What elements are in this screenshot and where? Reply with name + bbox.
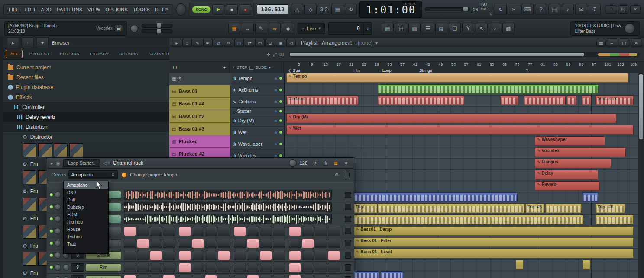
menu-add[interactable]: ADD	[39, 6, 54, 13]
genre-option-techno[interactable]: Techno	[64, 233, 108, 240]
track-enable-led[interactable]	[279, 154, 282, 157]
step-cell[interactable]	[137, 275, 149, 278]
step-cell[interactable]	[192, 239, 204, 248]
playlist-clip[interactable]	[378, 84, 599, 94]
pattern-item[interactable]: ▤Bass 01 #2	[169, 110, 230, 123]
step-cell[interactable]	[192, 275, 204, 278]
playlist-hscrollbar[interactable]	[289, 52, 640, 57]
change-tempo-action[interactable]: Change project tempo	[130, 172, 177, 177]
pan-knob[interactable]	[55, 276, 61, 278]
channel-select-checkbox[interactable]	[345, 252, 351, 259]
select-icon[interactable]: ▭	[255, 39, 265, 47]
grid-options-icon[interactable]: ▦	[596, 39, 606, 47]
grid-icon[interactable]: ▩	[502, 23, 515, 34]
preset-thumbnail[interactable]	[69, 143, 83, 157]
step-cell[interactable]	[302, 239, 314, 248]
browser-item-current-project[interactable]: Current project	[3, 62, 169, 72]
step-cell[interactable]	[234, 251, 246, 260]
genre-option-drill[interactable]: Drill	[64, 196, 108, 203]
playlist-clip[interactable]	[516, 260, 524, 269]
delete-icon[interactable]: ⊘	[214, 39, 223, 47]
preset-thumbnail[interactable]	[23, 170, 36, 184]
target-icon[interactable]: ⊕	[335, 172, 339, 178]
cursor-icon[interactable]: ↖	[476, 23, 488, 34]
playlist-clip[interactable]	[524, 96, 566, 105]
step-cell[interactable]	[163, 263, 175, 272]
step-cell[interactable]	[302, 275, 314, 278]
play-button[interactable]: ▶	[212, 4, 224, 15]
pencil-icon[interactable]: ✎	[255, 23, 267, 34]
playlist-clip[interactable]	[567, 96, 576, 105]
waveform-preview[interactable]	[124, 202, 332, 212]
main-pitch-slider[interactable]	[142, 29, 173, 33]
tab-library[interactable]: LIBRARY	[85, 50, 113, 58]
save-icon[interactable]: ▤	[548, 4, 560, 15]
track-enable-led[interactable]	[279, 119, 282, 122]
preset-thumbnail[interactable]	[23, 225, 36, 239]
step-cell[interactable]	[247, 263, 259, 272]
tab-all[interactable]: ALL	[6, 50, 23, 58]
channel-select-checkbox[interactable]	[345, 264, 351, 271]
playlist-clip-dry-m-[interactable]: ∿Dry (M)	[286, 114, 616, 123]
playlist-clip[interactable]	[583, 192, 598, 202]
main-volume-slider[interactable]	[142, 24, 173, 28]
step-cell[interactable]	[192, 251, 204, 260]
collapse-icon[interactable]: ▸	[7, 37, 19, 48]
step-cell[interactable]	[328, 239, 340, 248]
step-cell[interactable]	[218, 239, 230, 248]
preset-thumbnail[interactable]	[23, 252, 36, 266]
step-cell[interactable]	[205, 239, 217, 248]
browser-icon[interactable]: ▧	[435, 23, 447, 34]
swing-knob[interactable]	[289, 159, 297, 167]
loop-record-icon[interactable]: ↻	[345, 4, 357, 15]
menu-tools[interactable]: TOOLS	[131, 6, 152, 13]
playlist-clip-delay[interactable]: ∿Delay	[535, 170, 598, 179]
tempo-display[interactable]: 106.512	[257, 4, 288, 14]
add-marker-icon[interactable]: +	[233, 65, 235, 70]
playlist-clip-flangus[interactable]: ∿Flangus	[535, 159, 611, 168]
meter-icon[interactable]: ılı	[321, 160, 330, 166]
pattern-item[interactable]: ▤Bass 01	[169, 85, 230, 98]
pan-knob[interactable]	[55, 204, 61, 210]
channel-led[interactable]	[50, 230, 53, 233]
link-icon[interactable]: ∞	[269, 23, 281, 34]
channel-select-checkbox[interactable]	[345, 228, 351, 234]
track-enable-led[interactable]	[279, 100, 282, 103]
playlist-clip[interactable]	[583, 260, 590, 269]
playlist-clip[interactable]	[378, 204, 525, 213]
channel-select-checkbox[interactable]	[345, 216, 351, 222]
playlist-clip[interactable]	[381, 271, 403, 278]
menu-view[interactable]: VIEW	[85, 6, 102, 13]
record-button[interactable]: ●	[239, 4, 251, 15]
song-arrow-icon[interactable]: →	[242, 23, 254, 34]
channel-led[interactable]	[50, 242, 53, 245]
browser-item-distortion[interactable]: Distortion	[3, 122, 169, 132]
step-cell[interactable]	[260, 239, 272, 248]
rack-chevron-icon[interactable]: ▸	[51, 160, 53, 166]
step-cell[interactable]	[273, 275, 285, 278]
genre-option-edm[interactable]: EDM	[64, 211, 108, 218]
timeline[interactable]: 5913172125293337414549535761656973778185…	[284, 61, 638, 73]
pattern-item[interactable]: ▤Bass 01 #3	[169, 123, 230, 135]
step-cell[interactable]	[273, 251, 285, 260]
browser-item-distructor[interactable]: ⚙Distructor	[3, 132, 169, 142]
track-header-wave-aper[interactable]: ılıWave..aperılı	[230, 138, 284, 150]
step-cell[interactable]	[205, 275, 217, 278]
tab-project[interactable]: PROJECT	[24, 50, 54, 58]
maximize-icon[interactable]: ▢	[618, 5, 628, 14]
step-cell[interactable]	[179, 263, 191, 272]
download-icon[interactable]: ↧	[589, 4, 601, 15]
note-icon[interactable]: ♪	[489, 23, 501, 34]
browser-item-controller[interactable]: Controller	[3, 102, 169, 112]
channel-select-checkbox[interactable]	[345, 240, 351, 246]
playlist-clip-bass-01-level[interactable]: ∿Bass 01 - Level	[354, 249, 634, 258]
typing-keyboard-icon[interactable]: ⌨	[521, 4, 534, 15]
step-cell[interactable]	[218, 251, 230, 260]
step-cell[interactable]	[273, 239, 285, 248]
snap-selector[interactable]: ⌂ Line ▾	[298, 23, 325, 34]
step-cell[interactable]	[137, 227, 149, 236]
menu-edit[interactable]: EDIT	[22, 6, 38, 13]
step-cell[interactable]	[179, 251, 191, 260]
step-cell[interactable]	[218, 275, 230, 278]
playlist-vscrollbar[interactable]	[638, 73, 644, 278]
